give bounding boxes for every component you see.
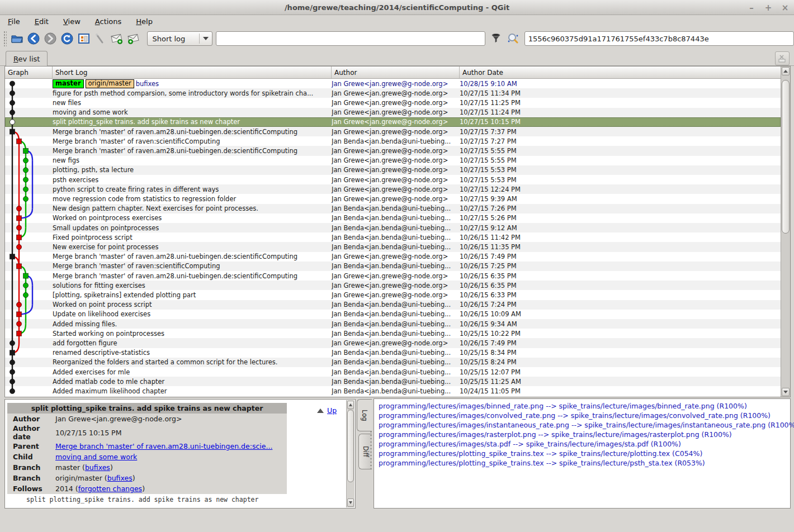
up-link-label[interactable]: Up: [327, 406, 337, 415]
commit-row[interactable]: Reorganized the folders and started a co…: [5, 358, 781, 367]
commit-subject: new figs: [53, 156, 332, 164]
toolbar-handle[interactable]: [3, 31, 7, 46]
commit-row[interactable]: Merge branch 'master' of raven.am28.uni-…: [5, 127, 781, 136]
commit-row[interactable]: python script to create firing rates in …: [5, 184, 781, 194]
diff-file-line[interactable]: programming/lectures/images/convolved_ra…: [379, 411, 790, 420]
commit-row[interactable]: Added matlab code to mle chapterJan Bend…: [5, 377, 781, 386]
diff-file-line[interactable]: programming/lectures/images/instantaneou…: [379, 420, 790, 430]
diff-file-line[interactable]: programming/lectures/images/binned_rate.…: [379, 401, 790, 411]
commit-subject: Started working on pointprocesses: [53, 330, 332, 338]
commit-row[interactable]: plotting, psth, sta lectureJan Grewe<jan…: [5, 165, 781, 175]
reload-icon[interactable]: [59, 31, 75, 46]
back-icon[interactable]: [26, 31, 42, 46]
tab-rev-list[interactable]: Rev list: [6, 51, 48, 66]
commit-date: 10/26/15 11:35 PM: [460, 243, 694, 251]
commit-date: 10/28/15 9:10 AM: [460, 80, 694, 88]
column-header-author[interactable]: Author: [332, 66, 460, 78]
commit-row[interactable]: move regression code from statistics to …: [5, 194, 781, 203]
commit-subject: solutions for fitting exercises: [53, 282, 332, 289]
view-layout-icon[interactable]: [75, 31, 92, 46]
commit-row[interactable]: Worked on point process scriptJan Benda<…: [5, 300, 781, 310]
diff-file-line[interactable]: programming/lectures/plotting_spike_trai…: [379, 449, 790, 458]
close-button[interactable]: ×: [781, 3, 790, 13]
view-mode-select[interactable]: Short log: [147, 31, 212, 46]
commit-date: 10/26/15 11:42 PM: [460, 234, 694, 241]
commit-row[interactable]: figure for psth method comparsion, some …: [5, 88, 781, 98]
search-input[interactable]: [216, 31, 485, 46]
detail-link[interactable]: bufixes: [85, 463, 110, 472]
apply-patch-icon[interactable]: [125, 31, 142, 46]
commit-row[interactable]: masterorigin/masterbufixesJan Grewe<jan.…: [5, 79, 781, 88]
commit-row[interactable]: Worked on pointprocess exercisesJan Bend…: [5, 213, 781, 223]
scrollbar-thumb[interactable]: [782, 80, 790, 234]
commit-row[interactable]: New design pattern chapter. Next exercis…: [5, 204, 781, 213]
commit-row[interactable]: solutions for fitting exercisesJan Grewe…: [5, 281, 781, 290]
save-patch-icon[interactable]: [108, 31, 125, 46]
commit-row[interactable]: Fixed pointprocess scriptJan Benda<jan.b…: [5, 232, 781, 242]
commit-date: 10/27/15 5:53 PM: [460, 166, 694, 174]
column-header-author-date[interactable]: Author Date: [460, 66, 778, 78]
filter-icon[interactable]: [488, 31, 504, 46]
detail-link[interactable]: Merge branch 'master' of raven.am28.uni-…: [55, 442, 272, 450]
sha-input[interactable]: [524, 31, 794, 46]
wand-icon[interactable]: [92, 31, 108, 46]
commit-row[interactable]: psth exercisesJan Grewe<jan.grewe@g-node…: [5, 175, 781, 184]
commit-row[interactable]: renamed descriptive-statisticsJan Benda<…: [5, 348, 781, 358]
panel-splitter[interactable]: [370, 430, 372, 469]
scroll-up-button[interactable]: [782, 67, 790, 75]
open-folder-icon[interactable]: [9, 31, 26, 46]
commit-author: Jan Grewe<jan.grewe@g-node.org>: [332, 282, 459, 289]
details-scrollbar-thumb[interactable]: [347, 410, 354, 482]
commit-subject: Fixed pointprocess script: [53, 234, 332, 241]
details-scrollbar[interactable]: [346, 400, 355, 507]
tab-corner-button[interactable]: [775, 51, 790, 65]
commit-row[interactable]: new filesJan Grewe<jan.grewe@g-node.org>…: [5, 98, 781, 107]
commit-row[interactable]: Update on likelihood exercisesJan Benda<…: [5, 310, 781, 319]
commit-author: Jan Grewe<jan.grewe@g-node.org>: [332, 128, 459, 136]
column-header-short-log[interactable]: Short Log: [53, 66, 332, 78]
detail-link[interactable]: bufixes: [107, 474, 133, 482]
detail-value: 2014 (forgotten changes): [55, 484, 145, 493]
highlight-search-icon[interactable]: [504, 31, 521, 46]
commit-row[interactable]: Merge branch 'master' of raven:scientifi…: [5, 136, 781, 146]
commit-row[interactable]: new figsJan Grewe<jan.grewe@g-node.org>1…: [5, 156, 781, 165]
detail-link[interactable]: moving and some work: [55, 453, 137, 461]
menu-edit[interactable]: Edit: [35, 17, 49, 26]
maximize-button[interactable]: +: [764, 3, 773, 13]
forward-icon[interactable]: [42, 31, 59, 46]
commit-subject: Worked on pointprocess exercises: [53, 214, 332, 222]
menu-view[interactable]: View: [63, 17, 81, 26]
commit-row[interactable]: Merge branch 'master' of raven.am28.uni-…: [5, 252, 781, 262]
detail-value: master (bufixes): [55, 463, 113, 472]
commit-row[interactable]: Merge branch 'master' of raven.am28.uni-…: [5, 271, 781, 281]
table-scrollbar[interactable]: [781, 66, 790, 397]
minimize-button[interactable]: –: [747, 3, 756, 13]
commit-row[interactable]: Added exercises for mleJan Benda<jan.ben…: [5, 367, 781, 377]
menu-file[interactable]: File: [8, 17, 20, 26]
commit-row[interactable]: Added missing files.Jan Benda<jan.benda@…: [5, 319, 781, 329]
up-link[interactable]: Up: [317, 406, 337, 415]
commit-row[interactable]: Merge branch 'master' of raven.am28.uni-…: [5, 146, 781, 155]
commit-author: Jan Grewe<jan.grewe@g-node.org>: [332, 166, 459, 174]
commit-row[interactable]: Merge branch 'master' of raven:scientifi…: [5, 262, 781, 271]
diff-file-line[interactable]: programming/lectures/images/sta.pdf --> …: [379, 439, 790, 449]
diff-file-line[interactable]: programming/lectures/plotting_spike_trai…: [379, 458, 790, 468]
menu-help[interactable]: Help: [136, 17, 153, 26]
commit-row[interactable]: add forgotten figureJan Grewe<jan.grewe@…: [5, 338, 781, 348]
commit-date: 10/25/15 8:24 PM: [460, 358, 694, 366]
commit-row[interactable]: Added maximum likelihood chapterJan Bend…: [5, 386, 781, 396]
commit-row[interactable]: New exercise for point processesJan Bend…: [5, 242, 781, 251]
commit-row[interactable]: Small updates on pointprocessesJan Benda…: [5, 223, 781, 232]
tab-log[interactable]: Log: [357, 399, 372, 431]
commit-row[interactable]: moving and some workJan Grewe<jan.grewe@…: [5, 108, 781, 117]
details-title: split plotting_spike trains. add spike t…: [7, 403, 287, 414]
detail-link[interactable]: forgotten changes: [78, 484, 142, 493]
menu-actions[interactable]: Actions: [95, 17, 122, 26]
diff-file-line[interactable]: programming/lectures/images/rasterplot.p…: [379, 430, 790, 439]
commit-row[interactable]: Started working on pointprocessesJan Ben…: [5, 329, 781, 338]
column-header-graph[interactable]: Graph: [5, 66, 53, 78]
commit-author: Jan Grewe<jan.grewe@g-node.org>: [332, 186, 459, 193]
commit-row[interactable]: [plotting, spiketrains] extended plottin…: [5, 290, 781, 300]
scroll-down-button[interactable]: [782, 388, 790, 396]
commit-row[interactable]: split plotting_spike trains. add spike t…: [5, 117, 781, 127]
